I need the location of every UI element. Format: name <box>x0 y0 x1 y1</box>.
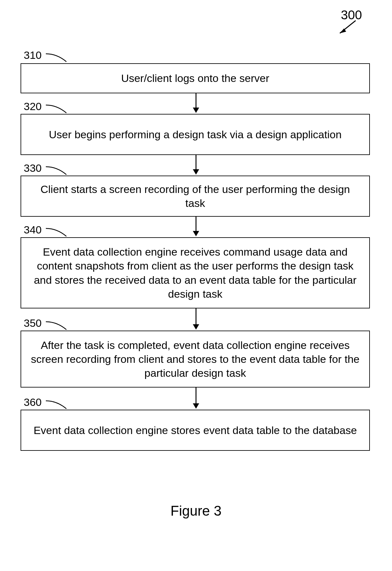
step-box-340: Event data collection engine receives co… <box>21 237 370 308</box>
step-box-360: Event data collection engine stores even… <box>21 410 370 451</box>
arrow-320-330 <box>188 155 204 177</box>
step-text-360: Event data collection engine stores even… <box>34 423 357 437</box>
svg-marker-11 <box>193 403 199 409</box>
step-label-320: 320 <box>24 100 42 113</box>
arrow-310-320 <box>188 93 204 115</box>
step-box-330: Client starts a screen recording of the … <box>21 176 370 217</box>
step-label-360: 360 <box>24 396 42 408</box>
callout-310 <box>44 52 76 65</box>
step-text-340: Event data collection engine receives co… <box>31 245 360 301</box>
arrow-330-340 <box>188 217 204 239</box>
step-text-350: After the task is completed, event data … <box>31 338 360 380</box>
step-box-320: User begins performing a design task via… <box>21 114 370 155</box>
step-label-350: 350 <box>24 317 42 329</box>
step-text-330: Client starts a screen recording of the … <box>31 182 360 210</box>
arrow-350-360 <box>188 388 204 411</box>
step-text-310: User/client logs onto the server <box>121 71 269 85</box>
svg-marker-7 <box>193 231 199 236</box>
svg-marker-9 <box>193 324 199 330</box>
step-label-310: 310 <box>24 49 42 61</box>
svg-marker-3 <box>193 108 199 113</box>
step-text-320: User begins performing a design task via… <box>49 127 341 141</box>
step-box-310: User/client logs onto the server <box>21 63 370 93</box>
figure-caption: Figure 3 <box>0 503 392 519</box>
figure-ref-arrow <box>332 16 364 38</box>
arrow-340-350 <box>188 308 204 332</box>
step-label-340: 340 <box>24 224 42 236</box>
step-box-350: After the task is completed, event data … <box>21 331 370 388</box>
svg-marker-5 <box>193 169 199 175</box>
step-label-330: 330 <box>24 162 42 174</box>
